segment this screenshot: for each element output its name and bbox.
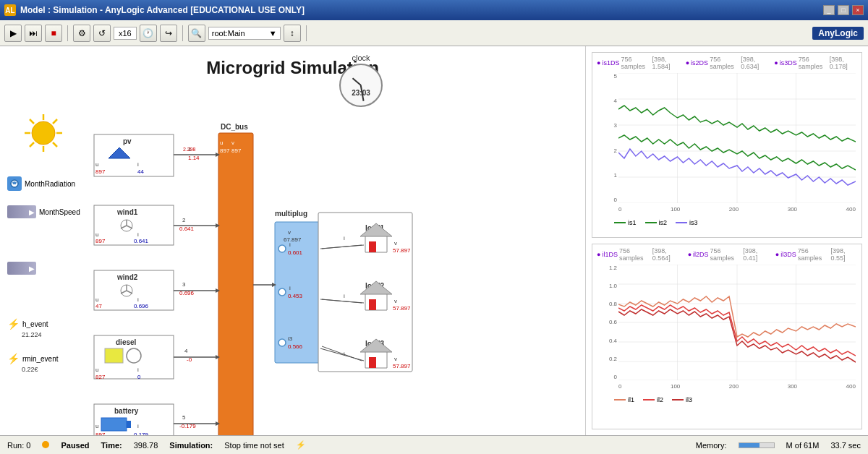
top-chart-header: ● is1DS 756 samples [398, 1.584] ● is2DS… (592, 53, 861, 73)
il1ds-label: ● il1DS 756 samples [398, 0.564] (597, 247, 682, 262)
minimize-button[interactable]: _ (823, 5, 835, 15)
toolbar-separator (67, 25, 68, 41)
svg-text:v: v (288, 229, 291, 236)
run-dot (42, 441, 49, 450)
svg-rect-114 (369, 357, 376, 368)
svg-text:1.14: 1.14 (188, 155, 200, 161)
il3-legend: il3 (672, 396, 692, 403)
svg-rect-70 (127, 421, 131, 428)
bottom-chart: ● il1DS 756 samples [398, 0.564] ● il2DS… (592, 244, 862, 429)
month-radiation-icon (7, 176, 22, 191)
svg-line-7 (53, 119, 57, 124)
clock-face: 23:03 (339, 64, 383, 107)
svg-text:0.179: 0.179 (134, 432, 149, 435)
window-controls: _ □ × (823, 5, 864, 15)
sun-icon (22, 111, 65, 155)
elapsed-time: 33.7 sec (830, 441, 861, 450)
svg-text:multiplug: multiplug (275, 210, 307, 218)
root-dropdown[interactable]: root:Main ▼ (208, 27, 281, 40)
svg-text:897: 897 (220, 147, 230, 154)
root-dropdown-label: root:Main (212, 29, 245, 38)
top-chart-legend: is1 is2 is3 (592, 218, 861, 228)
svg-text:827: 827 (95, 374, 106, 380)
settings-button[interactable]: ⚙ (73, 25, 90, 42)
svg-text:47: 47 (95, 303, 102, 309)
play-button[interactable]: ▶ (4, 25, 22, 42)
clock-button[interactable]: 🕐 (140, 25, 157, 42)
bottom-chart-header: ● il1DS 756 samples [398, 0.564] ● il2DS… (592, 244, 861, 265)
svg-text:battery: battery (114, 407, 139, 415)
svg-text:i: i (137, 161, 139, 168)
is1ds-label: ● is1DS 756 samples [398, 1.584] (597, 56, 680, 70)
il2-legend: il2 (643, 396, 663, 403)
svg-text:897: 897 (231, 147, 242, 154)
title-bar: AL Model : Simulation - AnyLogic Advance… (0, 0, 868, 20)
svg-text:i: i (289, 285, 291, 291)
rmin-event-label: rmin_event (22, 355, 58, 363)
svg-rect-57 (105, 348, 123, 363)
simulation-label: Simulation: (169, 441, 213, 450)
svg-text:0: 0 (137, 374, 141, 380)
svg-text:i3: i3 (288, 335, 293, 342)
close-button[interactable]: × (852, 5, 864, 15)
svg-rect-11 (218, 133, 253, 435)
toolbar: ▶ ⏭ ■ ⚙ ↺ x16 🕐 ↪ 🔍 root:Main ▼ ↕ AnyLog… (0, 20, 868, 46)
svg-text:0.453: 0.453 (288, 293, 303, 299)
wind-arrow-icon: ▶ (7, 205, 36, 218)
main-content: Microgrid Simulation clock 23:03 (0, 46, 868, 435)
svg-text:i: i (137, 231, 139, 238)
toolbar-separator3 (306, 25, 307, 41)
bottom-chart-legend: il1 il2 il3 (592, 395, 861, 405)
svg-text:i: i (137, 367, 139, 373)
svg-text:v: v (394, 298, 397, 304)
maximize-button[interactable]: □ (838, 5, 849, 15)
svg-text:v: v (394, 356, 397, 362)
svg-text:0.696: 0.696 (134, 303, 149, 309)
svg-text:0.641: 0.641 (134, 238, 149, 244)
clock-time: 23:03 (352, 89, 370, 97)
clock-container: clock 23:03 (339, 53, 383, 107)
step-button[interactable]: ⏭ (25, 25, 42, 42)
svg-text:3: 3 (182, 281, 186, 288)
app-icon: AL (4, 4, 16, 16)
stop-button[interactable]: ■ (45, 25, 62, 42)
svg-line-6 (53, 142, 57, 147)
is3ds-label: ● is3DS 756 samples [398, 0.178] (774, 56, 857, 70)
time-label: Time: (101, 441, 122, 450)
memory-bar-container (739, 441, 775, 450)
charts-panel: ● is1DS 756 samples [398, 1.584] ● is2DS… (586, 46, 868, 435)
arrow-button[interactable]: ↪ (160, 25, 177, 42)
svg-text:DC_bus: DC_bus (221, 123, 248, 131)
svg-text:2: 2 (182, 217, 186, 223)
svg-text:897: 897 (95, 168, 106, 175)
nav-button[interactable]: ↕ (284, 25, 301, 42)
view-button[interactable]: 🔍 (188, 25, 205, 42)
il1-legend: il1 (614, 396, 634, 403)
clock-label: clock (352, 53, 370, 62)
svg-text:57.897: 57.897 (393, 247, 411, 254)
svg-rect-106 (369, 299, 376, 310)
svg-text:u: u (220, 140, 223, 146)
simulation-area: Microgrid Simulation clock 23:03 (0, 46, 586, 435)
svg-point-83 (278, 339, 286, 346)
svg-point-81 (278, 245, 286, 252)
is2ds-label: ● is2DS 756 samples [398, 0.634] (686, 56, 769, 70)
svg-text:57.897: 57.897 (393, 305, 411, 312)
h-event-icon: ⚡ (7, 318, 20, 330)
svg-line-8 (30, 142, 34, 147)
wind-arrow2-icon: ▶ (7, 262, 36, 275)
il2ds-label: ● il2DS 756 samples [398, 0.41] (688, 247, 770, 262)
memory-value: M of 61M (786, 441, 820, 450)
status-bar: Run: 0 Paused Time: 398.78 Simulation: S… (0, 435, 868, 454)
is2-legend: is2 (645, 219, 668, 226)
svg-line-5 (30, 119, 34, 124)
svg-text:897: 897 (95, 432, 106, 435)
svg-text:v: v (231, 140, 234, 146)
time-value: 398.78 (134, 441, 158, 450)
svg-text:i: i (344, 293, 345, 299)
svg-text:u: u (95, 296, 98, 303)
simulation-value: Stop time not set (224, 441, 284, 450)
svg-text:67.897: 67.897 (284, 236, 302, 243)
svg-text:0.601: 0.601 (288, 249, 303, 256)
refresh-button[interactable]: ↺ (93, 25, 111, 42)
